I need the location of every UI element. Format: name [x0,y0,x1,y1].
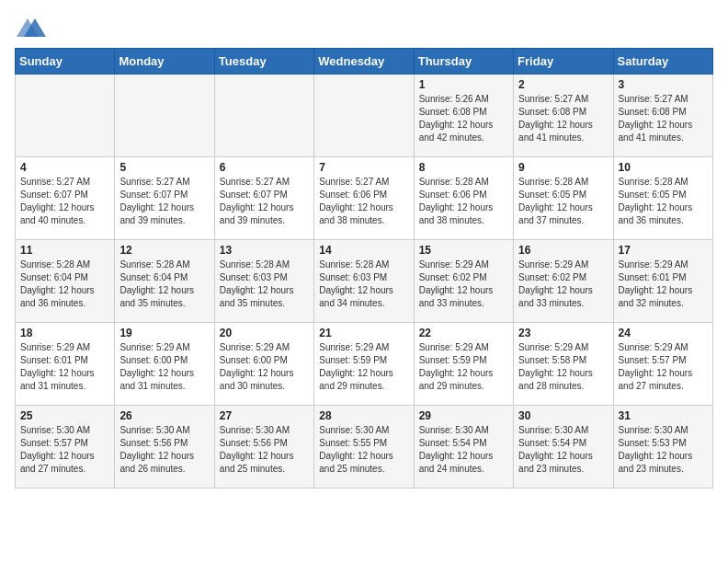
day-number: 11 [20,244,109,257]
day-number: 15 [419,244,508,257]
day-content: Sunrise: 5:30 AM Sunset: 5:57 PM Dayligh… [20,424,109,476]
day-content: Sunrise: 5:29 AM Sunset: 6:01 PM Dayligh… [619,259,708,310]
logo [15,15,46,40]
header-day-saturday: Saturday [613,49,712,75]
day-content: Sunrise: 5:27 AM Sunset: 6:07 PM Dayligh… [220,176,309,227]
calendar-cell: 4Sunrise: 5:27 AM Sunset: 6:07 PM Daylig… [16,157,115,240]
day-content: Sunrise: 5:30 AM Sunset: 5:54 PM Dayligh… [419,424,508,476]
day-number: 1 [419,78,508,91]
calendar-cell: 13Sunrise: 5:28 AM Sunset: 6:03 PM Dayli… [214,240,313,323]
day-content: Sunrise: 5:29 AM Sunset: 5:57 PM Dayligh… [619,341,708,393]
calendar-cell: 18Sunrise: 5:29 AM Sunset: 6:01 PM Dayli… [16,323,115,406]
day-content: Sunrise: 5:29 AM Sunset: 6:00 PM Dayligh… [119,341,209,393]
day-content: Sunrise: 5:27 AM Sunset: 6:08 PM Dayligh… [518,93,608,144]
calendar-cell: 5Sunrise: 5:27 AM Sunset: 6:07 PM Daylig… [115,157,214,240]
day-number: 4 [20,161,109,174]
calendar-cell: 27Sunrise: 5:30 AM Sunset: 5:56 PM Dayli… [214,406,313,488]
header-day-thursday: Thursday [414,49,513,75]
day-number: 10 [619,161,708,174]
day-content: Sunrise: 5:29 AM Sunset: 6:00 PM Dayligh… [220,341,309,393]
header-day-friday: Friday [514,49,613,75]
day-content: Sunrise: 5:28 AM Sunset: 6:03 PM Dayligh… [220,259,309,310]
day-content: Sunrise: 5:27 AM Sunset: 6:06 PM Dayligh… [319,176,408,227]
calendar-cell: 17Sunrise: 5:29 AM Sunset: 6:01 PM Dayli… [613,240,712,323]
day-number: 7 [319,161,408,174]
calendar-cell [214,75,313,157]
day-number: 18 [20,327,109,339]
day-content: Sunrise: 5:28 AM Sunset: 6:04 PM Dayligh… [119,259,209,310]
header-day-sunday: Sunday [16,49,115,75]
calendar-table: SundayMondayTuesdayWednesdayThursdayFrid… [15,48,713,488]
day-number: 19 [119,327,209,339]
calendar-cell: 31Sunrise: 5:30 AM Sunset: 5:53 PM Dayli… [613,406,712,488]
calendar-cell: 9Sunrise: 5:28 AM Sunset: 6:05 PM Daylig… [514,157,613,240]
day-number: 17 [619,244,708,257]
calendar-cell: 12Sunrise: 5:28 AM Sunset: 6:04 PM Dayli… [115,240,214,323]
day-content: Sunrise: 5:30 AM Sunset: 5:55 PM Dayligh… [319,424,408,476]
day-number: 6 [220,161,309,174]
logo-icon [17,15,46,40]
calendar-cell: 11Sunrise: 5:28 AM Sunset: 6:04 PM Dayli… [16,240,115,323]
day-content: Sunrise: 5:28 AM Sunset: 6:04 PM Dayligh… [20,259,109,310]
day-content: Sunrise: 5:30 AM Sunset: 5:56 PM Dayligh… [220,424,309,476]
calendar-cell: 20Sunrise: 5:29 AM Sunset: 6:00 PM Dayli… [214,323,313,406]
day-number: 13 [220,244,309,257]
day-content: Sunrise: 5:27 AM Sunset: 6:07 PM Dayligh… [20,176,109,227]
day-number: 21 [319,327,408,339]
calendar-cell [115,75,214,157]
calendar-week-4: 18Sunrise: 5:29 AM Sunset: 6:01 PM Dayli… [16,323,713,406]
day-content: Sunrise: 5:29 AM Sunset: 5:58 PM Dayligh… [518,341,608,393]
day-number: 12 [119,244,209,257]
day-number: 28 [319,409,408,422]
calendar-week-1: 1Sunrise: 5:26 AM Sunset: 6:08 PM Daylig… [16,75,713,157]
calendar-cell: 26Sunrise: 5:30 AM Sunset: 5:56 PM Dayli… [115,406,214,488]
calendar-cell: 22Sunrise: 5:29 AM Sunset: 5:59 PM Dayli… [414,323,513,406]
day-content: Sunrise: 5:27 AM Sunset: 6:07 PM Dayligh… [119,176,209,227]
day-content: Sunrise: 5:29 AM Sunset: 5:59 PM Dayligh… [319,341,408,393]
day-content: Sunrise: 5:29 AM Sunset: 6:02 PM Dayligh… [419,259,508,310]
calendar-cell: 16Sunrise: 5:29 AM Sunset: 6:02 PM Dayli… [514,240,613,323]
day-number: 25 [20,409,109,422]
header-day-wednesday: Wednesday [314,49,414,75]
day-number: 20 [220,327,309,339]
day-number: 26 [119,409,209,422]
day-content: Sunrise: 5:29 AM Sunset: 5:59 PM Dayligh… [419,341,508,393]
day-number: 27 [220,409,309,422]
calendar-cell: 30Sunrise: 5:30 AM Sunset: 5:54 PM Dayli… [514,406,613,488]
calendar-cell [314,75,414,157]
day-content: Sunrise: 5:30 AM Sunset: 5:53 PM Dayligh… [619,424,708,476]
calendar-cell: 10Sunrise: 5:28 AM Sunset: 6:05 PM Dayli… [613,157,712,240]
day-number: 24 [619,327,708,339]
day-number: 30 [518,409,608,422]
day-content: Sunrise: 5:29 AM Sunset: 6:02 PM Dayligh… [518,259,608,310]
calendar-cell: 29Sunrise: 5:30 AM Sunset: 5:54 PM Dayli… [414,406,513,488]
day-number: 14 [319,244,408,257]
calendar-cell: 7Sunrise: 5:27 AM Sunset: 6:06 PM Daylig… [314,157,414,240]
page-header [15,15,713,40]
day-number: 22 [419,327,508,339]
calendar-cell: 2Sunrise: 5:27 AM Sunset: 6:08 PM Daylig… [514,75,613,157]
calendar-cell: 25Sunrise: 5:30 AM Sunset: 5:57 PM Dayli… [16,406,115,488]
day-content: Sunrise: 5:26 AM Sunset: 6:08 PM Dayligh… [419,93,508,144]
calendar-cell: 1Sunrise: 5:26 AM Sunset: 6:08 PM Daylig… [414,75,513,157]
calendar-cell: 21Sunrise: 5:29 AM Sunset: 5:59 PM Dayli… [314,323,414,406]
day-number: 23 [518,327,608,339]
calendar-cell: 3Sunrise: 5:27 AM Sunset: 6:08 PM Daylig… [613,75,712,157]
day-number: 16 [518,244,608,257]
day-content: Sunrise: 5:30 AM Sunset: 5:54 PM Dayligh… [518,424,608,476]
calendar-cell: 19Sunrise: 5:29 AM Sunset: 6:00 PM Dayli… [115,323,214,406]
calendar-cell: 6Sunrise: 5:27 AM Sunset: 6:07 PM Daylig… [214,157,313,240]
day-number: 5 [119,161,209,174]
day-content: Sunrise: 5:28 AM Sunset: 6:05 PM Dayligh… [619,176,708,227]
day-content: Sunrise: 5:28 AM Sunset: 6:06 PM Dayligh… [419,176,508,227]
day-number: 8 [419,161,508,174]
calendar-cell: 28Sunrise: 5:30 AM Sunset: 5:55 PM Dayli… [314,406,414,488]
day-number: 31 [619,409,708,422]
calendar-cell: 8Sunrise: 5:28 AM Sunset: 6:06 PM Daylig… [414,157,513,240]
day-number: 29 [419,409,508,422]
calendar-week-3: 11Sunrise: 5:28 AM Sunset: 6:04 PM Dayli… [16,240,713,323]
header-day-tuesday: Tuesday [214,49,313,75]
header-day-monday: Monday [115,49,214,75]
day-number: 2 [518,78,608,91]
calendar-cell: 15Sunrise: 5:29 AM Sunset: 6:02 PM Dayli… [414,240,513,323]
